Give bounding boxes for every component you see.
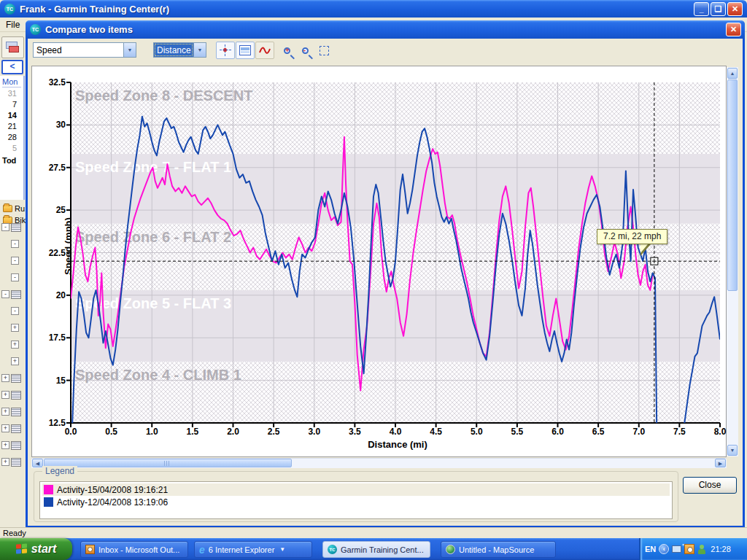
tree-item[interactable]: + — [0, 386, 28, 403]
close-window-button[interactable]: ✕ — [727, 2, 743, 16]
tree-item[interactable]: + — [0, 319, 28, 336]
tree-item[interactable]: - — [0, 303, 28, 319]
tree-item[interactable]: + — [0, 336, 28, 353]
x-tick-label: 4.5 — [422, 427, 451, 437]
activity-table-icon — [11, 441, 21, 450]
expand-icon[interactable]: + — [11, 341, 19, 349]
calendar-collapse-button[interactable]: < — [1, 60, 23, 74]
expand-icon[interactable]: + — [1, 424, 9, 432]
cursor-tooltip: 7.2 mi, 22 mph — [597, 229, 667, 244]
close-button[interactable]: Close — [683, 477, 737, 494]
scroll-right-icon[interactable]: ▶ — [715, 459, 726, 467]
tree-item[interactable]: - — [0, 236, 28, 252]
scroll-up-icon[interactable]: ▲ — [727, 68, 738, 79]
taskbar-button-4[interactable]: Untitled - MapSource — [441, 541, 556, 558]
x-tick-label: 4.0 — [381, 427, 410, 437]
tree-item[interactable]: + — [0, 420, 28, 437]
menu-file[interactable]: File — [0, 18, 26, 32]
tree-item[interactable]: - — [0, 269, 28, 286]
scroll-down-icon[interactable]: ▼ — [727, 445, 738, 456]
calendar-day[interactable]: 7 — [2, 98, 21, 109]
start-button[interactable]: start — [0, 538, 72, 560]
expand-icon[interactable]: + — [1, 391, 9, 399]
speed-comparison-plot[interactable]: Speed Zone 8 - DESCENTSpeed Zone 7 - FLA… — [65, 77, 727, 438]
user-icon[interactable] — [697, 545, 706, 554]
chevron-down-icon[interactable]: ▼ — [123, 43, 136, 57]
legend-item[interactable]: Activity-15/04/2008 19:16:21 — [42, 483, 670, 496]
collapse-icon[interactable]: - — [11, 273, 19, 281]
horizontal-scrollbar-thumb[interactable] — [44, 459, 292, 467]
taskbar-button-label: 6 Internet Explorer — [209, 545, 275, 554]
calendar-day[interactable]: 21 — [2, 120, 21, 131]
collapse-icon[interactable]: - — [11, 240, 19, 248]
axis-select[interactable]: Distance ▼ — [153, 42, 206, 58]
x-tick-label: 1.0 — [137, 427, 166, 437]
vertical-scrollbar-thumb[interactable] — [727, 79, 738, 291]
tree-item[interactable]: + — [0, 403, 28, 420]
y-tick-label: 30 — [33, 120, 66, 130]
calendar-day[interactable]: 31 — [2, 88, 21, 98]
x-tick-label: 7.0 — [624, 427, 654, 437]
activity-tree[interactable]: ------+++++++++ — [0, 219, 28, 470]
graph-wave-button[interactable] — [255, 42, 274, 59]
toolbar-print-icon[interactable] — [1, 36, 24, 58]
reminder-clock-icon[interactable] — [684, 544, 694, 554]
tree-item[interactable]: + — [0, 353, 28, 370]
tree-item[interactable]: - — [0, 286, 28, 303]
dialog-titlebar[interactable]: TC Compare two items ✕ — [26, 20, 745, 39]
x-tick-label: 2.0 — [219, 427, 248, 437]
language-indicator[interactable]: EN — [645, 545, 656, 553]
tree-item[interactable]: + — [0, 370, 28, 386]
taskbar-button-label: Untitled - MapSource — [459, 545, 534, 554]
metric-select[interactable]: Speed ▼ — [33, 42, 136, 58]
mini-calendar[interactable]: Mon 3171421285 Tod — [0, 76, 25, 200]
collapse-icon[interactable]: - — [11, 307, 19, 315]
expand-icon[interactable]: + — [1, 374, 9, 382]
y-tick-label: 32.5 — [33, 77, 66, 88]
tree-item[interactable]: - — [0, 219, 28, 236]
taskbar-button-label: Garmin Training Cent... — [341, 545, 424, 554]
tree-item[interactable]: + — [0, 454, 28, 470]
split-panes-button[interactable] — [236, 42, 255, 59]
taskbar-button-3[interactable]: TCGarmin Training Cent... — [322, 541, 430, 558]
chevron-down-icon[interactable]: ▼ — [193, 43, 206, 57]
speed-zone-label: Speed Zone 4 - CLIMB 1 — [75, 367, 241, 383]
calendar-day[interactable]: 5 — [2, 142, 21, 153]
y-tick-label: 22.5 — [33, 248, 66, 258]
crosshair-track-button[interactable] — [216, 42, 235, 59]
dialog-close-icon[interactable]: ✕ — [726, 23, 741, 36]
zoom-out-icon: - — [302, 47, 309, 54]
expand-icon[interactable]: + — [11, 324, 19, 332]
hide-icons-arrow-icon[interactable]: ‹ — [659, 544, 669, 554]
calendar-today-link[interactable]: Tod — [2, 153, 21, 165]
calendar-day[interactable]: 14 — [2, 109, 21, 120]
main-window-titlebar[interactable]: TC Frank - Garmin Training Center(r) _ ❏… — [0, 0, 747, 18]
fit-selection-button[interactable] — [316, 42, 333, 59]
minimize-button[interactable]: _ — [694, 2, 709, 16]
zoom-out-button[interactable]: - — [297, 42, 314, 59]
legend-item[interactable]: Activity-12/04/2008 13:19:06 — [42, 496, 670, 508]
expand-icon[interactable]: + — [11, 357, 19, 365]
collapse-icon[interactable]: - — [11, 257, 19, 265]
collapse-icon[interactable]: - — [1, 290, 9, 298]
legend-list[interactable]: Activity-15/04/2008 19:16:21Activity-12/… — [39, 481, 673, 519]
zoom-in-button[interactable]: + — [279, 42, 295, 59]
scroll-left-icon[interactable]: ◀ — [32, 459, 43, 467]
expand-icon[interactable]: + — [1, 458, 9, 466]
expand-icon[interactable]: + — [1, 441, 9, 449]
x-tick-label: 3.0 — [300, 427, 329, 437]
tree-item[interactable]: - — [0, 252, 28, 269]
taskbar-button-2[interactable]: e6 Internet Explorer▼ — [194, 541, 312, 558]
taskbar-button-1[interactable]: Inbox - Microsoft Out... — [80, 541, 188, 558]
tree-item[interactable]: + — [0, 437, 28, 454]
x-tick-label: 3.5 — [340, 427, 369, 437]
restore-button[interactable]: ❏ — [711, 2, 726, 16]
legend-label: Legend — [42, 466, 77, 476]
collapse-icon[interactable]: - — [1, 223, 9, 231]
status-text: Ready — [3, 529, 26, 537]
activity-table-icon — [11, 424, 21, 433]
calendar-day[interactable]: 28 — [2, 131, 21, 142]
network-icon[interactable] — [672, 545, 681, 553]
folder-item[interactable]: Ru — [1, 203, 28, 214]
expand-icon[interactable]: + — [1, 408, 9, 416]
